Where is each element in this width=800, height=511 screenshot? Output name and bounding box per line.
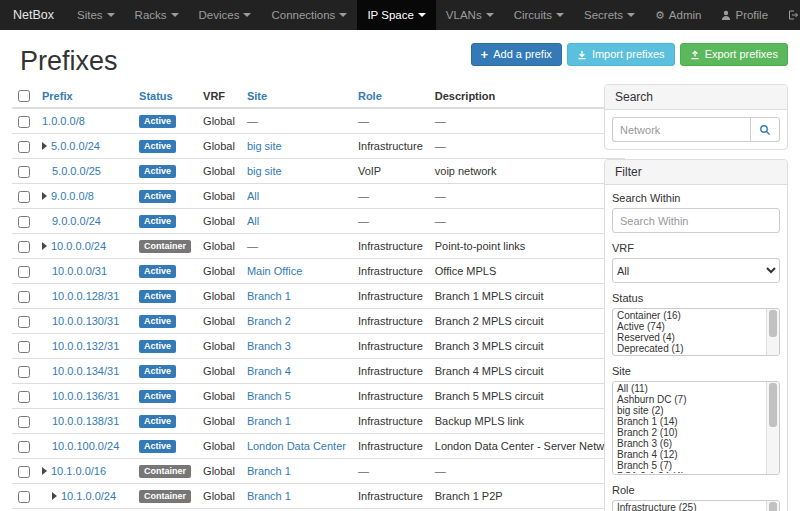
nav-item-vlans[interactable]: VLANs — [436, 0, 504, 30]
nav-item-label: Secrets — [584, 9, 623, 21]
filter-search-within-input[interactable] — [612, 208, 780, 233]
listbox-option[interactable]: Active (74) — [614, 321, 765, 332]
site-link[interactable]: Branch 2 — [247, 315, 291, 327]
row-checkbox[interactable] — [18, 316, 30, 328]
site-link[interactable]: All — [247, 190, 259, 202]
nav-item-secrets[interactable]: Secrets — [574, 0, 645, 30]
listbox-option[interactable]: Branch 1 (14) — [614, 416, 765, 427]
site-link[interactable]: Branch 1 — [247, 465, 291, 477]
prefix-link[interactable]: 10.0.0.134/31 — [52, 365, 119, 377]
select-all-checkbox[interactable] — [18, 90, 30, 102]
site-link[interactable]: Branch 1 — [247, 415, 291, 427]
row-checkbox[interactable] — [18, 391, 30, 403]
filter-role-listbox[interactable]: Infrastructure (25)Management (8)Private… — [612, 500, 780, 511]
listbox-option[interactable]: Branch 5 (7) — [614, 460, 765, 471]
listbox-option[interactable]: Ashburn DC (7) — [614, 394, 765, 405]
row-checkbox[interactable] — [18, 116, 30, 128]
import-prefixes-button[interactable]: Import prefixes — [567, 43, 675, 66]
site-link[interactable]: All — [247, 215, 259, 227]
prefix-link[interactable]: 9.0.0.0/24 — [52, 215, 101, 227]
filter-site-listbox[interactable]: All (11)Ashburn DC (7)big site (2)Branch… — [612, 381, 780, 475]
listbox-option[interactable]: Branch 3 (6) — [614, 438, 765, 449]
row-checkbox[interactable] — [18, 216, 30, 228]
prefix-link[interactable]: 10.0.0.128/31 — [52, 290, 119, 302]
add-a-prefix-button[interactable]: +Add a prefix — [471, 43, 562, 66]
row-checkbox[interactable] — [18, 416, 30, 428]
prefix-link[interactable]: 10.0.0.132/31 — [52, 340, 119, 352]
prefix-link[interactable]: 10.0.100.0/24 — [52, 440, 119, 452]
prefix-link[interactable]: 10.0.0.138/31 — [52, 415, 119, 427]
site-link[interactable]: big site — [247, 140, 282, 152]
site-link[interactable]: big site — [247, 165, 282, 177]
row-checkbox[interactable] — [18, 441, 30, 453]
site-link[interactable]: Main Office — [247, 265, 302, 277]
scrollbar-thumb[interactable] — [769, 383, 777, 427]
scrollbar[interactable] — [766, 501, 779, 511]
row-checkbox[interactable] — [18, 166, 30, 178]
filter-vrf-select[interactable]: All — [612, 258, 780, 283]
prefix-link[interactable]: 10.0.0.0/24 — [51, 240, 106, 252]
nav-item-sites[interactable]: Sites — [67, 0, 125, 30]
expand-icon[interactable] — [42, 242, 47, 250]
expand-icon[interactable] — [52, 492, 57, 500]
listbox-option[interactable]: DC1-2-1-24 (4) — [614, 471, 765, 473]
prefix-link[interactable]: 5.0.0.0/25 — [52, 165, 101, 177]
expand-icon[interactable] — [42, 192, 47, 200]
row-checkbox[interactable] — [18, 241, 30, 253]
row-checkbox[interactable] — [18, 291, 30, 303]
row-checkbox[interactable] — [18, 366, 30, 378]
navbar-brand[interactable]: NetBox — [0, 0, 67, 30]
site-link[interactable]: Branch 3 — [247, 340, 291, 352]
prefix-link[interactable]: 10.1.0.0/24 — [61, 490, 116, 502]
site-link[interactable]: Branch 1 — [247, 490, 291, 502]
sort-link[interactable]: Site — [247, 90, 267, 102]
prefix-link[interactable]: 1.0.0.0/8 — [42, 115, 85, 127]
filter-status-listbox[interactable]: Container (16)Active (74)Reserved (4)Dep… — [612, 308, 780, 356]
prefix-link[interactable]: 10.0.0.136/31 — [52, 390, 119, 402]
listbox-option[interactable]: Branch 4 (12) — [614, 449, 765, 460]
nav-item-connections[interactable]: Connections — [261, 0, 357, 30]
listbox-option[interactable]: Reserved (4) — [614, 332, 765, 343]
row-checkbox[interactable] — [18, 341, 30, 353]
prefix-link[interactable]: 10.1.0.0/16 — [51, 465, 106, 477]
nav-item-circuits[interactable]: Circuits — [504, 0, 574, 30]
site-link[interactable]: Branch 5 — [247, 390, 291, 402]
nav-item-admin[interactable]: ⚙Admin — [645, 0, 711, 30]
listbox-option[interactable]: Container (16) — [614, 310, 765, 321]
prefix-link[interactable]: 10.0.0.130/31 — [52, 315, 119, 327]
listbox-option[interactable]: Branch 2 (10) — [614, 427, 765, 438]
sort-link[interactable]: Status — [139, 90, 173, 102]
row-checkbox[interactable] — [18, 141, 30, 153]
site-cell: Branch 1 — [241, 484, 352, 509]
nav-item-profile[interactable]: Profile — [711, 0, 778, 30]
listbox-option[interactable]: big site (2) — [614, 405, 765, 416]
sort-link[interactable]: Prefix — [42, 90, 73, 102]
listbox-option[interactable]: Infrastructure (25) — [614, 502, 765, 511]
prefix-link[interactable]: 9.0.0.0/8 — [51, 190, 94, 202]
site-link[interactable]: Branch 4 — [247, 365, 291, 377]
expand-icon[interactable] — [42, 142, 47, 150]
nav-item-ip-space[interactable]: IP Space — [357, 0, 435, 30]
scrollbar-thumb[interactable] — [769, 502, 777, 511]
expand-icon[interactable] — [42, 467, 47, 475]
row-checkbox[interactable] — [18, 266, 30, 278]
site-link[interactable]: London Data Center — [247, 440, 346, 452]
nav-item-devices[interactable]: Devices — [189, 0, 262, 30]
scrollbar[interactable] — [766, 382, 779, 474]
listbox-option[interactable]: All (11) — [614, 383, 765, 394]
nav-item-log-out[interactable]: Log out — [778, 0, 800, 30]
search-button[interactable] — [750, 117, 780, 142]
site-link[interactable]: Branch 1 — [247, 290, 291, 302]
listbox-option[interactable]: Deprecated (1) — [614, 343, 765, 354]
row-checkbox[interactable] — [18, 491, 30, 503]
sort-link[interactable]: Role — [358, 90, 382, 102]
search-input[interactable] — [612, 117, 750, 142]
nav-item-racks[interactable]: Racks — [125, 0, 189, 30]
prefix-link[interactable]: 5.0.0.0/24 — [51, 140, 100, 152]
export-prefixes-button[interactable]: Export prefixes — [680, 43, 788, 66]
scrollbar[interactable] — [766, 309, 779, 355]
prefix-link[interactable]: 10.0.0.0/31 — [52, 265, 107, 277]
row-checkbox[interactable] — [18, 191, 30, 203]
row-checkbox[interactable] — [18, 466, 30, 478]
scrollbar-thumb[interactable] — [769, 310, 777, 337]
